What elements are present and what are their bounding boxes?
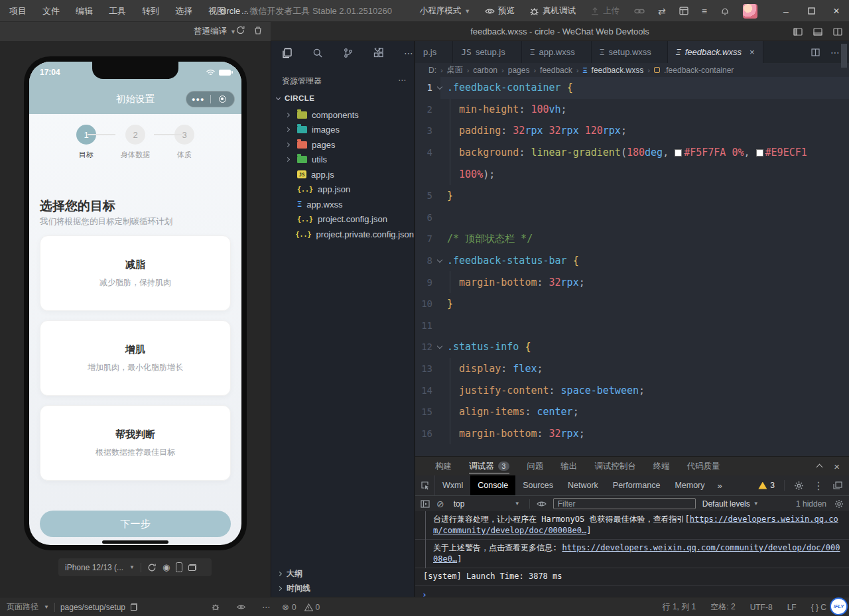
editor-scrollbar[interactable] — [841, 44, 847, 68]
devtools-tab[interactable]: Performance — [606, 475, 668, 495]
page-path-value[interactable]: pages/setup/setup — [60, 603, 125, 612]
log-levels-select[interactable]: Default levels▼ — [702, 499, 759, 509]
panel-tab[interactable]: 输出 — [560, 457, 577, 475]
window-minimize-button[interactable]: – — [773, 0, 799, 22]
status-item[interactable]: LF — [787, 603, 797, 612]
record-target-icon[interactable] — [211, 95, 235, 103]
window-close-button[interactable]: × — [824, 0, 849, 22]
outline-section[interactable]: 大纲 — [271, 566, 414, 581]
live-expression-eye-icon[interactable] — [537, 500, 547, 508]
tree-item[interactable]: JS {..} Ξ app.json — [271, 182, 414, 198]
panel-tab[interactable]: 问题 — [527, 457, 543, 475]
console-filter-input[interactable] — [553, 498, 696, 509]
multi-window-icon[interactable] — [188, 564, 196, 571]
compare-arrows-icon[interactable]: ⇄ — [658, 7, 666, 16]
warning-count[interactable]: 0 — [304, 603, 320, 612]
goal-card[interactable]: 减脂 减少脂肪，保持肌肉 — [40, 235, 231, 311]
files-icon[interactable] — [282, 48, 293, 58]
explorer-more-icon[interactable]: ⋯ — [398, 76, 406, 87]
upload-button[interactable]: 上传 — [590, 5, 620, 17]
console-settings-icon[interactable] — [834, 499, 844, 509]
console-message[interactable]: 台进行兼容处理，让小程序在 HarmonyOS 也获得最佳体验，查看指引[htt… — [415, 511, 849, 540]
editor-more-icon[interactable]: ⋯ — [830, 47, 840, 58]
split-editor-icon[interactable] — [811, 48, 820, 56]
close-tab-icon[interactable]: × — [750, 47, 755, 57]
remote-debug-button[interactable]: 真机调试 — [529, 5, 576, 17]
bell-icon[interactable] — [720, 7, 730, 16]
fold-chevron-icon[interactable] — [432, 260, 447, 262]
toggle-panel-icon[interactable] — [813, 28, 822, 36]
tree-item[interactable]: JS {..} Ξ pages — [271, 137, 414, 153]
list-menu-icon[interactable]: ≡ — [702, 7, 707, 16]
devtools-overflow-icon[interactable]: » — [712, 475, 728, 495]
editor-tab[interactable]: JS Ξ feedback.wxss × — [668, 41, 763, 63]
console-message[interactable]: 关于上述警告，点击查看更多信息: https://developers.weix… — [415, 540, 849, 568]
devtools-tab[interactable]: Memory — [667, 475, 712, 495]
menu-item[interactable]: 项目 — [9, 5, 27, 17]
collapse-panel-icon[interactable] — [816, 464, 823, 471]
editor-tab[interactable]: JS Ξ app.wxss — [522, 41, 592, 63]
panel-tab[interactable]: 构建 — [435, 457, 452, 475]
console-prompt[interactable]: › — [415, 585, 849, 597]
panel-tab[interactable]: 终端 — [653, 457, 670, 475]
rotate-device-icon[interactable] — [176, 562, 182, 572]
devtools-tab[interactable]: Console — [470, 475, 515, 495]
editor-tab[interactable]: JS Ξ setup.wxss — [592, 41, 668, 63]
error-count[interactable]: ⊗0 — [282, 602, 296, 612]
devtools-settings-icon[interactable] — [794, 481, 804, 491]
source-control-icon[interactable] — [343, 48, 354, 58]
fold-chevron-icon[interactable] — [432, 87, 447, 89]
fold-chevron-icon[interactable] — [432, 346, 447, 348]
goal-card[interactable]: 增肌 增加肌肉，最小化脂肪增长 — [40, 320, 231, 396]
more-icon[interactable]: ⋯ — [262, 603, 270, 612]
console-sidebar-icon[interactable] — [421, 500, 430, 508]
tree-item[interactable]: JS {..} Ξ utils — [271, 153, 414, 168]
menu-item[interactable]: 转到 — [142, 5, 159, 17]
split-editor-icon[interactable] — [833, 28, 842, 36]
close-panel-icon[interactable]: × — [834, 461, 840, 472]
editor-tab[interactable]: JS Ξ setup.js — [453, 41, 521, 63]
next-step-button[interactable]: 下一步 — [40, 511, 231, 537]
menu-item[interactable]: 编辑 — [76, 5, 93, 17]
context-select[interactable]: top▼ — [451, 499, 523, 509]
device-select[interactable]: iPhone 12/13 (... — [65, 563, 123, 572]
inspect-element-icon[interactable] — [415, 475, 435, 495]
tree-item[interactable]: JS {..} Ξ project.config.json — [271, 212, 414, 227]
code-area[interactable]: 1 .feedback-container { 2 min-height: 10… — [415, 77, 849, 456]
tree-item[interactable]: JS {..} Ξ app.wxss — [271, 197, 414, 212]
record-stop-icon[interactable]: ◉ — [163, 562, 170, 572]
capsule-menu[interactable]: ●●● — [186, 91, 235, 107]
breadcrumb-item[interactable]: D: — [428, 66, 436, 75]
breadcrumb-symbol[interactable]: .feedback-container — [664, 66, 734, 75]
user-avatar[interactable] — [743, 4, 757, 19]
breadcrumb-item[interactable]: 桌面 — [447, 64, 463, 76]
refresh-icon[interactable] — [235, 25, 245, 35]
layout-grid-icon[interactable] — [679, 7, 688, 15]
menu-item[interactable]: 文件 — [42, 5, 60, 17]
breadcrumb-item[interactable]: pages — [508, 66, 530, 75]
editor-tab[interactable]: JS Ξ p.js — [415, 41, 453, 63]
project-root-folder[interactable]: CIRCLE — [277, 94, 314, 102]
panel-tab[interactable]: 调试器 3 — [469, 457, 509, 475]
compile-mode-select[interactable]: 普通编译▼ — [194, 26, 236, 37]
goal-card[interactable]: 帮我判断 根据数据推荐最佳目标 — [40, 405, 231, 481]
window-maximize-button[interactable] — [799, 0, 824, 22]
tree-item[interactable]: JS {..} Ξ components — [271, 107, 414, 123]
status-item[interactable]: { } C — [811, 603, 826, 612]
console-output[interactable]: 台进行兼容处理，让小程序在 HarmonyOS 也获得最佳体验，查看指引[htt… — [415, 511, 849, 597]
status-item[interactable]: 行 1, 列 1 — [663, 601, 696, 613]
eye-icon[interactable] — [236, 603, 246, 611]
breadcrumb[interactable]: D:› 桌面› carbon› pages› feedback› Ξ feedb… — [415, 63, 849, 77]
ifly-input-badge[interactable]: iFLY — [830, 597, 848, 615]
undock-icon[interactable] — [833, 481, 842, 489]
tree-item[interactable]: JS {..} Ξ images — [271, 123, 414, 138]
status-item[interactable]: UTF-8 — [750, 603, 773, 612]
devtools-tab[interactable]: Network — [560, 475, 606, 495]
clear-console-icon[interactable]: ⊘ — [436, 499, 444, 509]
more-actions-icon[interactable]: ⋯ — [404, 48, 413, 58]
tree-item[interactable]: JS {..} Ξ project.private.config.json — [271, 227, 414, 242]
devtools-tab[interactable]: Wxml — [435, 475, 470, 495]
more-dots-icon[interactable]: ●●● — [186, 96, 210, 103]
warning-counter[interactable]: 3 — [758, 481, 775, 490]
devtools-tab[interactable]: Sources — [515, 475, 560, 495]
